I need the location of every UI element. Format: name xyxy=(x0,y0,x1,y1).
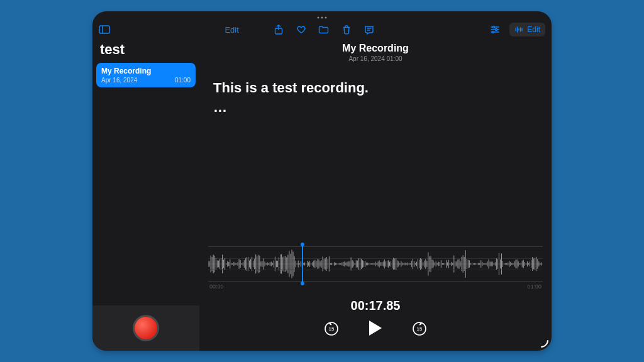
waveform-scrubber[interactable] xyxy=(208,246,543,282)
favorite-icon[interactable] xyxy=(296,24,307,35)
sidebar: test My Recording Apr 16, 2024 01:00 xyxy=(92,39,199,351)
svg-rect-3 xyxy=(99,26,109,33)
folder-title: test xyxy=(92,39,199,62)
options-icon[interactable] xyxy=(489,24,501,35)
time-end-label: 01:00 xyxy=(527,283,541,290)
record-bar xyxy=(92,305,199,351)
multitask-handle-icon[interactable] xyxy=(311,14,333,21)
trash-icon[interactable] xyxy=(341,24,352,35)
sidebar-toggle-icon[interactable] xyxy=(99,24,110,35)
play-button[interactable] xyxy=(367,319,384,337)
svg-text:15: 15 xyxy=(329,326,335,332)
recording-date: Apr 16, 2024 xyxy=(101,77,137,84)
svg-point-11 xyxy=(492,31,494,33)
folder-icon[interactable] xyxy=(318,24,330,35)
edit-button[interactable]: Edit xyxy=(225,25,238,35)
transcript-text: This is a test recording. … xyxy=(213,79,543,118)
recording-title: My Recording xyxy=(208,43,543,54)
transcript-line: This is a test recording. xyxy=(213,79,543,98)
top-toolbar: Edit Edit xyxy=(92,20,552,39)
recording-name: My Recording xyxy=(101,67,191,75)
svg-text:15: 15 xyxy=(417,326,423,332)
transcript-icon[interactable] xyxy=(364,24,375,35)
current-time: 00:17.85 xyxy=(208,299,543,313)
svg-point-7 xyxy=(493,26,495,28)
resize-handle-icon[interactable] xyxy=(540,339,549,348)
recording-list-item[interactable]: My Recording Apr 16, 2024 01:00 xyxy=(96,63,196,87)
transcript-continuation: … xyxy=(213,98,543,118)
skip-forward-button[interactable]: 15 xyxy=(411,320,428,336)
svg-point-1 xyxy=(321,17,323,19)
transport-controls: 15 15 xyxy=(208,319,543,348)
playhead[interactable] xyxy=(302,244,303,283)
share-icon[interactable] xyxy=(273,24,284,35)
skip-back-button[interactable]: 15 xyxy=(323,320,340,336)
main-panel: My Recording Apr 16, 2024 01:00 This is … xyxy=(199,39,552,351)
edit-waveform-button[interactable]: Edit xyxy=(509,23,545,36)
svg-point-2 xyxy=(325,17,327,19)
record-button[interactable] xyxy=(135,317,157,339)
svg-point-0 xyxy=(318,17,319,19)
recording-duration: 01:00 xyxy=(175,77,191,84)
app-window: Edit Edit xyxy=(92,11,552,351)
svg-point-9 xyxy=(496,29,497,31)
edit-waveform-label: Edit xyxy=(527,25,540,34)
waveform-icon xyxy=(208,247,543,281)
recording-subtitle: Apr 16, 2024 01:00 xyxy=(208,55,543,62)
time-start-label: 00:00 xyxy=(209,283,224,290)
